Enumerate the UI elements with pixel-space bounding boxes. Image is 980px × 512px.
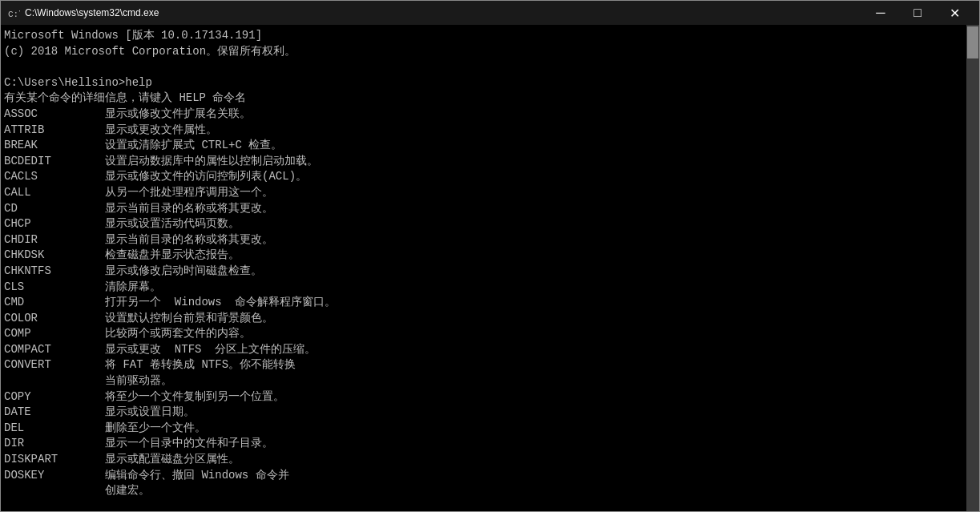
maximize-button[interactable]: □	[899, 1, 936, 25]
console-area[interactable]: Microsoft Windows [版本 10.0.17134.191] (c…	[1, 25, 979, 511]
scrollbar[interactable]	[966, 25, 979, 511]
cmd-window: C:\ C:\Windows\system32\cmd.exe ─ □ ✕ Mi…	[0, 0, 980, 512]
console-content: Microsoft Windows [版本 10.0.17134.191] (c…	[1, 25, 966, 511]
scrollbar-thumb[interactable]	[967, 26, 978, 58]
svg-text:C:\: C:\	[8, 10, 20, 19]
console-output: Microsoft Windows [版本 10.0.17134.191] (c…	[4, 28, 963, 499]
window-controls: ─ □ ✕	[862, 1, 973, 25]
window-title: C:\Windows\system32\cmd.exe	[25, 7, 862, 18]
close-button[interactable]: ✕	[936, 1, 973, 25]
cmd-icon: C:\	[7, 6, 20, 19]
minimize-button[interactable]: ─	[862, 1, 899, 25]
title-bar: C:\ C:\Windows\system32\cmd.exe ─ □ ✕	[1, 1, 979, 25]
